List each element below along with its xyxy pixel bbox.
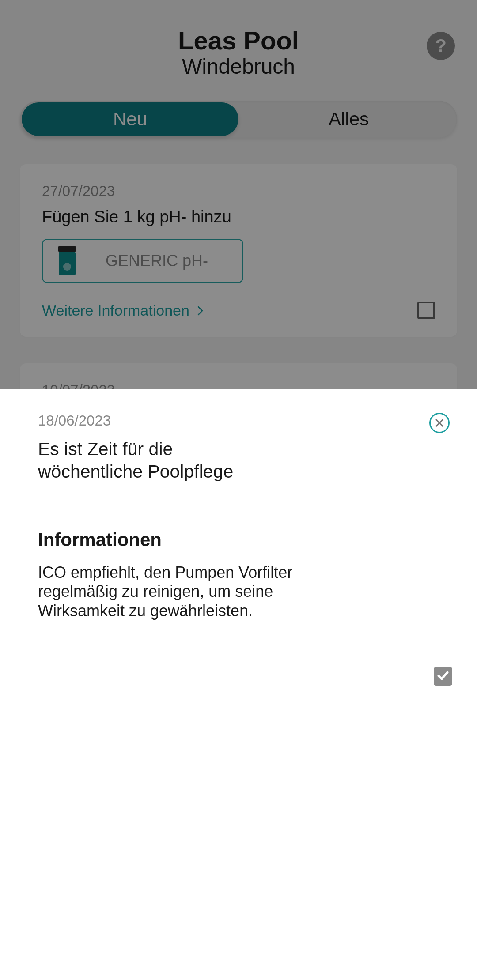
detail-sheet: 18/06/2023 Es ist Zeit für die wöchentli… [0,389,477,980]
sheet-date: 18/06/2023 [38,412,439,429]
sheet-header: 18/06/2023 Es ist Zeit für die wöchentli… [0,389,477,508]
close-icon [435,418,444,428]
close-button[interactable] [429,413,450,433]
sheet-title: Es ist Zeit für die wöchentliche Poolpfl… [38,438,246,483]
sheet-footer [0,647,477,686]
mark-done-checkbox[interactable] [434,667,452,686]
check-icon [436,669,450,684]
sheet-section-title: Informationen [38,529,439,550]
sheet-body-text: ICO empfiehlt, den Pumpen Vorfilter rege… [38,563,312,621]
sheet-body: Informationen ICO empfiehlt, den Pumpen … [0,508,477,647]
